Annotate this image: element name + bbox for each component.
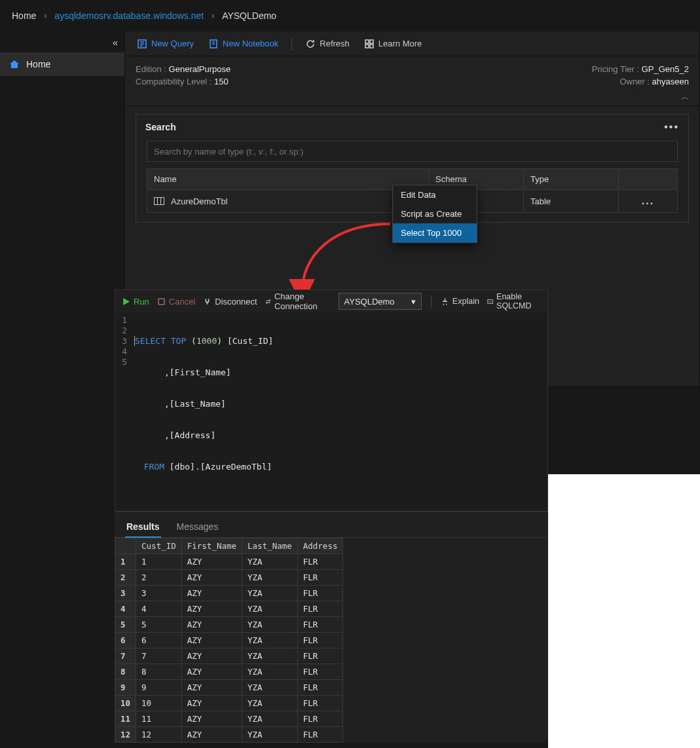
- sidebar-collapse-button[interactable]: «: [0, 31, 124, 52]
- col-address[interactable]: Address: [297, 538, 343, 554]
- cell[interactable]: FLR: [297, 617, 343, 633]
- row-number: 12: [115, 727, 136, 743]
- cell[interactable]: YZA: [242, 711, 298, 727]
- search-input[interactable]: [147, 141, 678, 162]
- new-query-button[interactable]: New Query: [132, 36, 199, 52]
- result-row[interactable]: 1111AZYYZAFLR: [115, 711, 343, 727]
- cell[interactable]: FLR: [297, 586, 343, 601]
- cell[interactable]: YZA: [242, 696, 298, 711]
- cell[interactable]: AZY: [181, 617, 242, 633]
- row-number: 6: [115, 633, 136, 648]
- cell[interactable]: AZY: [181, 696, 242, 711]
- cell[interactable]: YZA: [242, 570, 298, 586]
- col-cust_id[interactable]: Cust_ID: [136, 538, 182, 554]
- menu-script-create[interactable]: Script as Create: [393, 204, 477, 223]
- result-row[interactable]: 99AZYYZAFLR: [115, 680, 343, 696]
- col-last_name[interactable]: Last_Name: [242, 538, 298, 554]
- cell[interactable]: FLR: [297, 633, 343, 648]
- cell[interactable]: FLR: [297, 554, 343, 570]
- result-row[interactable]: 1212AZYYZAFLR: [115, 727, 343, 743]
- run-button[interactable]: Run: [122, 297, 149, 307]
- cell[interactable]: FLR: [297, 711, 343, 727]
- cell[interactable]: YZA: [242, 554, 298, 570]
- breadcrumb-server[interactable]: aysqldemosrv.database.windows.net: [54, 10, 204, 21]
- new-notebook-button[interactable]: New Notebook: [203, 36, 284, 52]
- cell[interactable]: AZY: [181, 570, 242, 586]
- cell[interactable]: 4: [136, 601, 182, 617]
- cell[interactable]: YZA: [242, 648, 298, 664]
- cell[interactable]: 1: [136, 554, 182, 570]
- collapse-info-button[interactable]: ︿: [592, 89, 689, 103]
- result-row[interactable]: 55AZYYZAFLR: [115, 617, 343, 633]
- cell[interactable]: 10: [136, 696, 182, 711]
- connection-select[interactable]: AYSQLDemo ▾: [339, 293, 422, 310]
- cell[interactable]: AZY: [181, 680, 242, 696]
- cell[interactable]: 8: [136, 664, 182, 680]
- result-row[interactable]: 33AZYYZAFLR: [115, 586, 343, 601]
- cell[interactable]: AZY: [181, 554, 242, 570]
- cell[interactable]: AZY: [181, 586, 242, 601]
- cell[interactable]: 5: [136, 617, 182, 633]
- db-info: Edition : GeneralPurpose Compatibility L…: [124, 56, 700, 106]
- breadcrumb-home[interactable]: Home: [12, 10, 36, 21]
- result-row[interactable]: 22AZYYZAFLR: [115, 570, 343, 586]
- result-row[interactable]: 77AZYYZAFLR: [115, 648, 343, 664]
- cell[interactable]: YZA: [242, 664, 298, 680]
- menu-edit-data[interactable]: Edit Data: [393, 185, 477, 204]
- col-name[interactable]: Name: [147, 169, 429, 189]
- cell[interactable]: FLR: [297, 727, 343, 743]
- explain-button[interactable]: Explain: [441, 297, 479, 306]
- col-type[interactable]: Type: [524, 169, 619, 189]
- sidebar-item-home[interactable]: Home: [0, 52, 124, 76]
- card-menu-button[interactable]: •••: [664, 121, 679, 133]
- row-type: Table: [524, 191, 619, 212]
- menu-select-top-1000[interactable]: Select Top 1000: [393, 223, 477, 242]
- cell[interactable]: FLR: [297, 601, 343, 617]
- change-connection-button[interactable]: Change Connection: [265, 291, 328, 311]
- cell[interactable]: AZY: [181, 727, 242, 743]
- result-row[interactable]: 11AZYYZAFLR: [115, 554, 343, 570]
- cell[interactable]: YZA: [242, 680, 298, 696]
- cell[interactable]: 12: [136, 727, 182, 743]
- cell[interactable]: AZY: [181, 648, 242, 664]
- cell[interactable]: YZA: [242, 586, 298, 601]
- cell[interactable]: FLR: [297, 648, 343, 664]
- cell[interactable]: YZA: [242, 617, 298, 633]
- cell[interactable]: AZY: [181, 601, 242, 617]
- results-table[interactable]: Cust_IDFirst_NameLast_NameAddress 11AZYY…: [115, 538, 343, 743]
- learn-more-button[interactable]: Learn More: [359, 36, 427, 52]
- cell[interactable]: FLR: [297, 664, 343, 680]
- col-first_name[interactable]: First_Name: [181, 538, 242, 554]
- cell[interactable]: YZA: [242, 633, 298, 648]
- row-number: 3: [115, 586, 136, 601]
- cell[interactable]: 7: [136, 648, 182, 664]
- cell[interactable]: YZA: [242, 727, 298, 743]
- disconnect-button[interactable]: Disconnect: [203, 297, 257, 307]
- cell[interactable]: FLR: [297, 570, 343, 586]
- result-row[interactable]: 44AZYYZAFLR: [115, 601, 343, 617]
- cell[interactable]: FLR: [297, 680, 343, 696]
- cell[interactable]: 3: [136, 586, 182, 601]
- change-connection-icon: [265, 297, 271, 306]
- stop-icon: [157, 297, 166, 306]
- result-row[interactable]: 1010AZYYZAFLR: [115, 696, 343, 711]
- compat-label: Compatibility Level :: [136, 77, 212, 86]
- result-row[interactable]: 88AZYYZAFLR: [115, 664, 343, 680]
- result-row[interactable]: 66AZYYZAFLR: [115, 633, 343, 648]
- cell[interactable]: 11: [136, 711, 182, 727]
- enable-sqlcmd-button[interactable]: Enable SQLCMD: [487, 292, 541, 310]
- cell[interactable]: 2: [136, 570, 182, 586]
- cell[interactable]: FLR: [297, 696, 343, 711]
- cell[interactable]: YZA: [242, 601, 298, 617]
- cell[interactable]: AZY: [181, 711, 242, 727]
- cell[interactable]: 6: [136, 633, 182, 648]
- cancel-button[interactable]: Cancel: [157, 297, 195, 307]
- refresh-button[interactable]: Refresh: [300, 36, 355, 52]
- row-number: 9: [115, 680, 136, 696]
- cell[interactable]: AZY: [181, 633, 242, 648]
- row-menu-button[interactable]: ...: [642, 195, 654, 206]
- svg-rect-3: [370, 40, 373, 43]
- tab-messages[interactable]: Messages: [175, 517, 220, 537]
- cell[interactable]: 9: [136, 680, 182, 696]
- cell[interactable]: AZY: [181, 664, 242, 680]
